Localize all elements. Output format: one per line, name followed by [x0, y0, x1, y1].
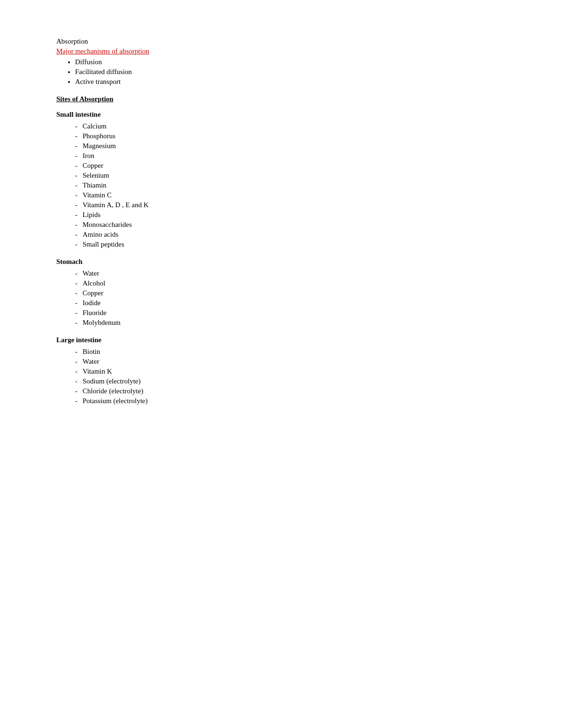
list-item: Iodide	[75, 299, 507, 307]
list-item: Water	[75, 270, 507, 278]
list-item: Selenium	[75, 172, 507, 180]
stomach-heading: Stomach	[56, 258, 507, 266]
large-intestine-list: Biotin Water Vitamin K Sodium (electroly…	[56, 348, 507, 405]
list-item: Amino acids	[75, 231, 507, 239]
list-item: Iron	[75, 152, 507, 160]
list-item: Vitamin C	[75, 191, 507, 199]
page-title: Absorption	[56, 38, 507, 45]
large-intestine-section: Large intestine Biotin Water Vitamin K S…	[56, 336, 507, 405]
list-item: Biotin	[75, 348, 507, 356]
list-item: Diffusion	[75, 58, 507, 66]
list-item: Potassium (electrolyte)	[75, 397, 507, 405]
small-intestine-heading: Small intestine	[56, 111, 507, 119]
list-item: Copper	[75, 289, 507, 297]
mechanisms-list: Diffusion Facilitated diffusion Active t…	[56, 58, 507, 86]
small-intestine-section: Small intestine Calcium Phosphorus Magne…	[56, 111, 507, 248]
sites-of-absorption-heading: Sites of Absorption	[56, 95, 507, 103]
list-item: Vitamin A, D , E and K	[75, 201, 507, 209]
list-item: Water	[75, 358, 507, 366]
small-intestine-list: Calcium Phosphorus Magnesium Iron Copper…	[56, 122, 507, 248]
stomach-list: Water Alcohol Copper Iodide Fluoride Mol…	[56, 270, 507, 327]
list-item: Copper	[75, 162, 507, 170]
list-item: Phosphorus	[75, 132, 507, 140]
large-intestine-heading: Large intestine	[56, 336, 507, 344]
list-item: Sodium (electrolyte)	[75, 377, 507, 385]
list-item: Thiamin	[75, 181, 507, 189]
major-mechanisms-link[interactable]: Major mechanisms of absorption	[56, 47, 149, 55]
list-item: Chloride (electrolyte)	[75, 387, 507, 395]
stomach-section: Stomach Water Alcohol Copper Iodide Fluo…	[56, 258, 507, 327]
list-item: Fluoride	[75, 309, 507, 317]
list-item: Lipids	[75, 211, 507, 219]
list-item: Small peptides	[75, 240, 507, 248]
list-item: Magnesium	[75, 142, 507, 150]
list-item: Facilitated diffusion	[75, 68, 507, 76]
list-item: Active transport	[75, 78, 507, 86]
list-item: Molybdenum	[75, 319, 507, 327]
list-item: Calcium	[75, 122, 507, 130]
list-item: Alcohol	[75, 279, 507, 287]
list-item: Monosaccharides	[75, 221, 507, 229]
list-item: Vitamin K	[75, 368, 507, 375]
